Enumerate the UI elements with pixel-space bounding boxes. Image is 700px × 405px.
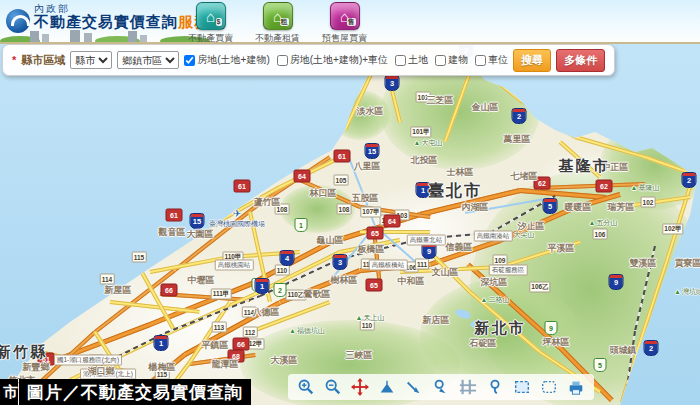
mountain-label: ▲天上山	[356, 313, 385, 323]
provincial-route-shield: 9	[545, 321, 558, 335]
measure-distance-icon[interactable]	[404, 377, 424, 397]
app-badge: 租	[280, 18, 289, 26]
checkbox-label: 房地(土地+建物)	[197, 53, 270, 67]
caption-side-fragment: 市	[0, 379, 18, 405]
district-label: 貢寮區	[675, 257, 700, 270]
highway-route-shield: 9	[609, 274, 624, 290]
provincial-route-shield: 1	[295, 218, 308, 232]
mountain-label: ▲灣坑頭山	[674, 287, 700, 297]
district-label: 內湖區	[462, 201, 489, 214]
station-label: 高鐵臺北站	[407, 235, 446, 246]
search-panel: * 縣市區域 縣市 鄉鎮市區 房地(土地+建物)房地(土地+建物)+車位土地建物…	[2, 44, 615, 76]
checkbox-label: 車位	[488, 53, 508, 67]
checkbox-label: 土地	[408, 53, 428, 67]
app-window: 內政部 不動產交易實價查詢服務網 ⌂$不動產買賣⌂租不動產租賃⌂售預售屋買賣 1…	[0, 0, 700, 405]
select-feature-icon[interactable]	[431, 377, 451, 397]
type-checkbox-1[interactable]: 房地(土地+建物)+車位	[277, 53, 388, 67]
mountain-icon: ▲	[289, 327, 296, 334]
app-badge: 售	[347, 18, 356, 26]
district-label: 鶯歌區	[304, 288, 331, 301]
city-label: 新竹縣	[0, 343, 47, 362]
mountain-icon: ▲	[481, 296, 488, 303]
road-number-label: 110	[275, 265, 290, 276]
measure-area-icon[interactable]	[377, 377, 397, 397]
mountain-icon: ▲	[356, 314, 363, 321]
app-shortcut-0[interactable]: ⌂$不動產買賣	[188, 2, 233, 45]
house-icon: ⌂$	[196, 2, 226, 30]
road-number-label: 106	[593, 229, 608, 240]
highway-route-shield: 15	[365, 143, 380, 159]
station-label: 石碇服務區	[489, 265, 528, 276]
district-label: 士林區	[447, 166, 474, 179]
select-rect-icon[interactable]	[512, 377, 532, 397]
app-shortcut-2[interactable]: ⌂售預售屋買賣	[322, 2, 367, 45]
road-number-label: 111	[415, 259, 429, 270]
county-select[interactable]: 縣市	[70, 51, 112, 69]
zoom-in-icon[interactable]	[296, 377, 316, 397]
district-label: 觀音區	[159, 226, 186, 239]
city-label: 臺北市	[428, 181, 482, 202]
mountain-label: ▲五分山	[589, 218, 618, 228]
checkbox-input[interactable]	[435, 55, 446, 66]
road-number-label: 113	[212, 322, 227, 333]
district-label: 龍潭區	[212, 358, 239, 371]
road-query-icon[interactable]	[458, 377, 478, 397]
district-label: 八德區	[253, 306, 280, 319]
road-number-label: 101甲	[410, 127, 431, 138]
checkbox-input[interactable]	[184, 55, 195, 66]
station-label: 高鐵板橋站	[369, 260, 408, 271]
district-label: 平鎮區	[202, 339, 229, 352]
expressway-route-shield: 65	[367, 227, 384, 240]
district-label: 龜山區	[317, 234, 344, 247]
clear-selection-icon[interactable]	[539, 377, 559, 397]
pan-icon[interactable]	[350, 377, 370, 397]
mountain-icon: ▲	[631, 184, 638, 191]
road-number-label: 105	[334, 175, 349, 186]
app-label: 預售屋買賣	[322, 32, 367, 45]
expressway-route-shield: 61	[166, 209, 183, 222]
district-label: 新店區	[423, 314, 450, 327]
city-label: 新北市	[475, 319, 526, 338]
zoom-out-icon[interactable]	[323, 377, 343, 397]
print-icon[interactable]	[566, 377, 586, 397]
district-label: 樹林區	[331, 274, 358, 287]
type-checkbox-3[interactable]: 建物	[435, 53, 468, 67]
district-select[interactable]: 鄉鎮市區	[117, 51, 179, 69]
airport-icon: ✈	[209, 208, 265, 219]
district-label: 石碇區	[470, 337, 497, 350]
provincial-route-shield: 2	[274, 283, 287, 297]
provincial-route-shield: 5	[594, 358, 607, 372]
district-label: 三芝區	[427, 94, 454, 107]
road-number-label: 108	[337, 204, 352, 215]
mountain-label: ▲二格山	[481, 295, 510, 305]
search-button[interactable]: 搜尋	[513, 49, 551, 72]
expressway-route-shield: 61	[234, 180, 251, 193]
map-canvas[interactable]: 101101甲102102甲106106106乙109103104105107甲…	[0, 42, 700, 405]
checkbox-input[interactable]	[395, 55, 406, 66]
expressway-route-shield: 62	[596, 180, 613, 193]
district-label: 坪林區	[543, 336, 570, 349]
station-label: 高鐵桃園站	[215, 260, 254, 271]
road-number-label: 106乙	[529, 282, 550, 293]
mountain-icon: ▲	[674, 288, 681, 295]
type-checkbox-0[interactable]: 房地(土地+建物)	[184, 53, 270, 67]
mountain-icon: ▲	[589, 219, 596, 226]
checkbox-input[interactable]	[277, 55, 288, 66]
district-label: 新豐鄉	[23, 361, 50, 374]
checkbox-input[interactable]	[475, 55, 486, 66]
app-shortcut-1[interactable]: ⌂租不動產租賃	[255, 2, 300, 45]
app-label: 不動產租賃	[255, 32, 300, 45]
checkbox-label: 建物	[448, 53, 468, 67]
district-label: 中壢區	[188, 274, 215, 287]
multi-condition-button[interactable]: 多條件	[556, 49, 605, 72]
district-label: 中和區	[398, 275, 425, 288]
district-label: 湖口鄉	[88, 365, 115, 378]
app-shortcuts: ⌂$不動產買賣⌂租不動產租賃⌂售預售屋買賣	[188, 2, 367, 45]
type-checkbox-4[interactable]: 車位	[475, 53, 508, 67]
locate-pin-icon[interactable]	[485, 377, 505, 397]
highway-route-shield: 5	[543, 198, 558, 214]
district-label: 蘆竹區	[254, 196, 281, 209]
city-label: 基隆市	[559, 157, 610, 176]
type-checkbox-2[interactable]: 土地	[395, 53, 428, 67]
expressway-route-shield: 64	[384, 215, 401, 228]
